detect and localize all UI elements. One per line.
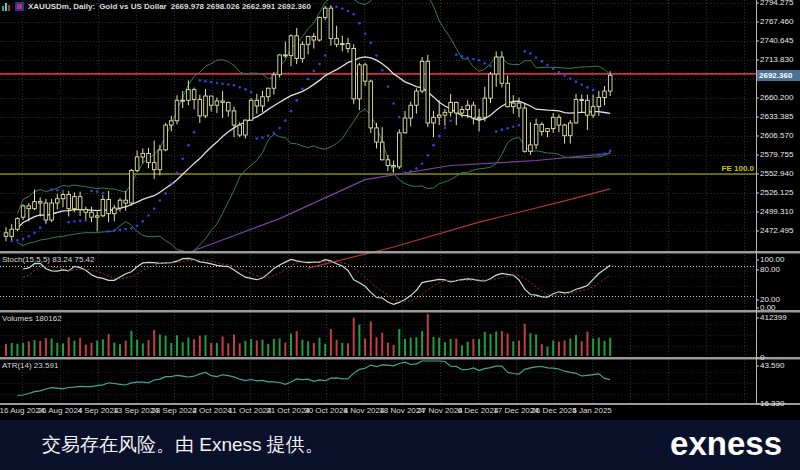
price-axis-label: 2552.940 bbox=[760, 170, 793, 178]
stoch-indicator-label: Stoch(15,5,5) 83.24 75.42 bbox=[2, 255, 95, 264]
current-price-badge: 2692.360 bbox=[757, 70, 800, 81]
time-axis-label: 2 Oct 2024 bbox=[192, 406, 231, 415]
symbol-description: Gold vs US Dollar bbox=[99, 2, 167, 11]
window-title-bar: XAUUSDm, Daily: Gold vs US Dollar 2669.9… bbox=[2, 1, 311, 12]
ohlc-readout: 2669.978 2698.026 2662.991 2692.360 bbox=[171, 2, 311, 11]
time-axis-label: 23 Sep 2024 bbox=[151, 406, 196, 415]
volumes-indicator-label: Volumes 180162 bbox=[2, 314, 62, 323]
symbol-icon bbox=[15, 2, 24, 11]
price-axis-label: 2526.125 bbox=[760, 189, 793, 197]
price-axis-label: 2660.200 bbox=[760, 94, 793, 102]
price-axis-label: 2472.495 bbox=[760, 227, 793, 235]
price-axis-label: 2633.385 bbox=[760, 113, 793, 121]
risk-disclaimer-text: 交易存在风险。由 Exness 提供。 bbox=[42, 420, 324, 470]
price-axis-label: 2713.830 bbox=[760, 56, 793, 64]
time-axis-label: 11 Oct 2024 bbox=[229, 406, 272, 415]
exness-banner: 交易存在风险。由 Exness 提供。 exness bbox=[0, 420, 800, 470]
time-axis-label: 26 Aug 2024 bbox=[38, 406, 83, 415]
time-axis-label: 8 Nov 2024 bbox=[344, 406, 385, 415]
chart-area[interactable] bbox=[0, 0, 800, 418]
price-axis-label: 2794.275 bbox=[760, 0, 793, 7]
scale-label: 43.590 bbox=[760, 362, 784, 370]
scale-label: 0.00 bbox=[760, 304, 776, 312]
scale-label: 412399 bbox=[760, 314, 787, 322]
price-axis-label: 2579.755 bbox=[760, 151, 793, 159]
scale-label: 16.330 bbox=[760, 400, 784, 408]
price-axis-label: 2499.310 bbox=[760, 208, 793, 216]
trading-terminal-screenshot: XAUUSDm, Daily: Gold vs US Dollar 2669.9… bbox=[0, 0, 800, 470]
time-axis-label: 26 Dec 2024 bbox=[531, 406, 576, 415]
time-axis-label: 6 Dec 2024 bbox=[458, 406, 499, 415]
scale-label: 80.00 bbox=[760, 266, 780, 274]
symbol-period-label: XAUUSDm, Daily: bbox=[28, 2, 95, 11]
price-axis-label: 2606.570 bbox=[760, 132, 793, 140]
price-axis-label: 2740.645 bbox=[760, 37, 793, 45]
exness-logo: exness bbox=[670, 420, 782, 470]
scale-label: 100.00 bbox=[760, 256, 784, 264]
fibonacci-expansion-label: FE 100.0 bbox=[722, 164, 754, 173]
time-axis-label: 27 Nov 2024 bbox=[417, 406, 462, 415]
atr-indicator-label: ATR(14) 23.591 bbox=[2, 361, 58, 370]
time-axis-label: 5 Jan 2025 bbox=[572, 406, 612, 415]
time-axis-label: 30 Oct 2024 bbox=[304, 406, 348, 415]
chart-icon bbox=[2, 2, 11, 11]
price-axis-label: 2767.460 bbox=[760, 18, 793, 26]
